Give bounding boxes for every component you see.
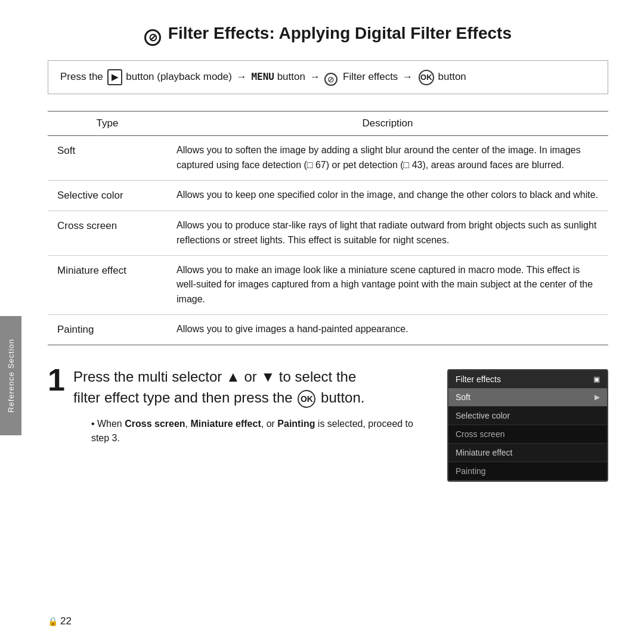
filter-table: Type Description SoftAllows you to softe…: [48, 111, 608, 345]
camera-ui-item[interactable]: Cross screen: [448, 425, 607, 444]
camera-ui-item[interactable]: Soft▶: [448, 388, 607, 407]
page-container: Reference Section ⊘ Filter Effects: Appl…: [0, 0, 644, 644]
camera-ui-header: Filter effects ▣: [448, 370, 607, 388]
table-row: Selective colorAllows you to keep one sp…: [48, 180, 608, 210]
camera-ui-item-label: Miniature effect: [456, 448, 512, 457]
side-tab: Reference Section: [0, 316, 21, 435]
table-row: Miniature effectAllows you to make an im…: [48, 255, 608, 314]
table-header-type: Type: [48, 112, 167, 136]
table-cell-desc: Allows you to keep one specified color i…: [167, 180, 608, 210]
table-cell-desc: Allows you to make an image look like a …: [167, 255, 608, 314]
ok-icon-step: OK: [298, 390, 315, 408]
filter-icon-title: ⊘: [144, 29, 161, 46]
table-cell-desc: Allows you to soften the image by adding…: [167, 136, 608, 181]
table-cell-type: Painting: [48, 314, 167, 345]
step-bullet: When Cross screen, Miniature effect, or …: [91, 417, 426, 445]
table-row: Cross screenAllows you to produce star-l…: [48, 210, 608, 255]
camera-ui-item[interactable]: Selective color: [448, 407, 607, 425]
step-text: Press the multi selector ▲ or ▼ to selec…: [73, 367, 426, 408]
camera-ui-items: Soft▶Selective colorCross screenMiniatur…: [448, 388, 607, 481]
camera-ui-item-label: Soft: [456, 392, 470, 402]
step-left: 1 Press the multi selector ▲ or ▼ to sel…: [48, 367, 426, 445]
footer-page-number: 22: [60, 615, 72, 627]
filter-effects-icon: ⊘: [324, 73, 338, 86]
camera-ui-item-label: Painting: [456, 466, 486, 476]
table-cell-desc: Allows you to give images a hand-painted…: [167, 314, 608, 345]
table-cell-desc: Allows you to produce star-like rays of …: [167, 210, 608, 255]
camera-ui-item[interactable]: Painting: [448, 462, 607, 481]
camera-ui-item-arrow: ▶: [595, 393, 600, 401]
play-button-icon: ▶: [107, 69, 122, 85]
table-cell-type: Miniature effect: [48, 255, 167, 314]
camera-ui-item-label: Cross screen: [456, 429, 504, 439]
camera-ui-header-icon: ▣: [593, 375, 600, 383]
step-number: 1: [48, 364, 65, 395]
footer: 🔒 22: [48, 615, 72, 627]
step-section: 1 Press the multi selector ▲ or ▼ to sel…: [48, 367, 608, 482]
footer-lock-icon: 🔒: [48, 617, 58, 626]
camera-ui-item-label: Selective color: [456, 411, 510, 420]
page-title: ⊘ Filter Effects: Applying Digital Filte…: [48, 24, 608, 44]
table-cell-type: Selective color: [48, 180, 167, 210]
table-row: PaintingAllows you to give images a hand…: [48, 314, 608, 345]
instruction-box: Press the ▶ button (playback mode) → MEN…: [48, 60, 608, 94]
table-header-desc: Description: [167, 112, 608, 136]
camera-ui: Filter effects ▣ Soft▶Selective colorCro…: [447, 369, 608, 482]
camera-ui-title: Filter effects: [456, 374, 501, 384]
table-row: SoftAllows you to soften the image by ad…: [48, 136, 608, 181]
side-tab-label: Reference Section: [7, 339, 16, 413]
table-cell-type: Cross screen: [48, 210, 167, 255]
ok-button-icon: OK: [419, 70, 434, 85]
table-cell-type: Soft: [48, 136, 167, 181]
camera-ui-item[interactable]: Miniature effect: [448, 444, 607, 462]
